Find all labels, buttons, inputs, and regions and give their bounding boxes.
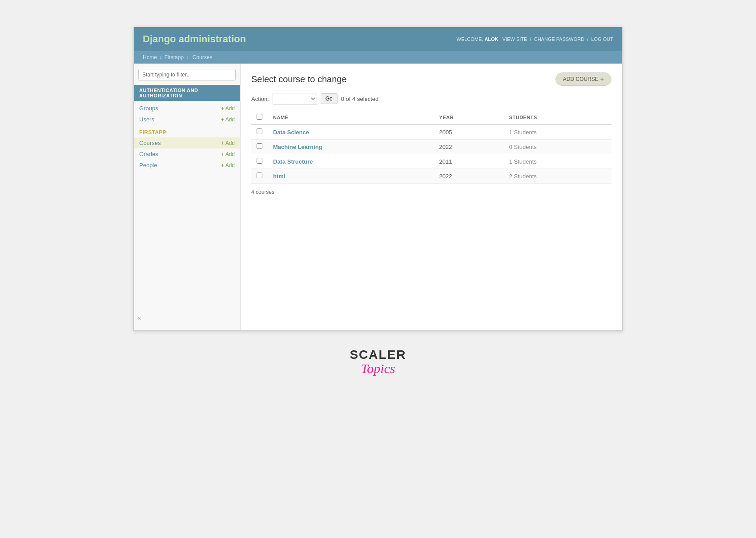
- firstapp-section-label: FIRSTAPP: [134, 125, 240, 137]
- page-title: Select course to change: [251, 74, 347, 84]
- row-year: 2022: [434, 140, 504, 154]
- select-all-header: [251, 110, 268, 125]
- table-row: html 2022 2 Students: [251, 169, 611, 184]
- auth-section-header: AUTHENTICATION AND AUTHORIZATION: [134, 85, 240, 101]
- row-checkbox[interactable]: [257, 158, 262, 164]
- selected-count: 0 of 4 selected: [341, 96, 379, 102]
- username: ALOK: [484, 36, 498, 42]
- log-out-link[interactable]: LOG OUT: [591, 36, 613, 42]
- row-checkbox-cell: [251, 140, 268, 154]
- groups-add-link[interactable]: + Add: [221, 105, 235, 112]
- col-header-year: YEAR: [434, 110, 504, 125]
- table-header-row: NAME YEAR STUDENTS: [251, 110, 611, 125]
- watermark: SCALER Topics: [133, 349, 623, 385]
- header-user-info: WELCOME, ALOK VIEW SITE / CHANGE PASSWOR…: [457, 36, 614, 42]
- people-label: People: [139, 162, 157, 169]
- grades-label: Grades: [139, 151, 158, 157]
- welcome-label: WELCOME,: [457, 36, 483, 42]
- breadcrumb-home[interactable]: Home: [143, 54, 157, 60]
- action-select[interactable]: --------: [273, 93, 317, 104]
- row-checkbox-cell: [251, 124, 268, 140]
- main-top-bar: Select course to change ADD COURSE +: [251, 72, 611, 86]
- admin-header: Django administration WELCOME, ALOK VIEW…: [134, 27, 622, 51]
- row-name: html: [268, 169, 434, 184]
- row-students: 2 Students: [504, 169, 611, 184]
- col-header-name: NAME: [268, 110, 434, 125]
- row-name: Data Science: [268, 124, 434, 140]
- action-go-button[interactable]: Go: [321, 93, 338, 104]
- row-year: 2011: [434, 154, 504, 169]
- sidebar-item-groups[interactable]: Groups + Add: [134, 103, 240, 114]
- row-students: 1 Students: [504, 154, 611, 169]
- course-link[interactable]: Data Structure: [273, 158, 313, 165]
- action-bar: Action: -------- Go 0 of 4 selected: [251, 93, 611, 104]
- sidebar-item-people[interactable]: People + Add: [134, 160, 240, 171]
- sidebar-item-courses[interactable]: Courses + Add: [134, 137, 240, 149]
- row-year: 2005: [434, 124, 504, 140]
- col-header-students: STUDENTS: [504, 110, 611, 125]
- breadcrumb-current: Courses: [193, 54, 213, 60]
- action-label: Action:: [251, 96, 269, 102]
- breadcrumb-sep1: ›: [160, 54, 163, 60]
- row-name: Machine Learning: [268, 140, 434, 154]
- sidebar: AUTHENTICATION AND AUTHORIZATION Groups …: [134, 64, 241, 330]
- people-add-link[interactable]: + Add: [221, 162, 235, 169]
- row-checkbox-cell: [251, 169, 268, 184]
- row-students: 1 Students: [504, 124, 611, 140]
- sidebar-item-users[interactable]: Users + Add: [134, 114, 240, 125]
- add-course-button[interactable]: ADD COURSE +: [555, 72, 611, 86]
- table-row: Data Structure 2011 1 Students: [251, 154, 611, 169]
- breadcrumb-app[interactable]: Firstapp: [165, 54, 184, 60]
- row-checkbox[interactable]: [257, 128, 262, 134]
- course-link[interactable]: Data Science: [273, 129, 309, 136]
- watermark-topics: Topics: [133, 361, 623, 376]
- table-row: Machine Learning 2022 0 Students: [251, 140, 611, 154]
- breadcrumb-sep2: ›: [186, 54, 189, 60]
- row-checkbox[interactable]: [257, 173, 262, 178]
- row-checkbox-cell: [251, 154, 268, 169]
- change-password-link[interactable]: CHANGE PASSWORD: [534, 36, 584, 42]
- courses-add-link[interactable]: + Add: [221, 140, 235, 146]
- courses-table: NAME YEAR STUDENTS Data Science 2005 1 S…: [251, 110, 611, 184]
- table-row: Data Science 2005 1 Students: [251, 124, 611, 140]
- sidebar-item-grades[interactable]: Grades + Add: [134, 149, 240, 160]
- watermark-scaler: SCALER: [133, 349, 623, 361]
- row-students: 0 Students: [504, 140, 611, 154]
- sidebar-filter-input[interactable]: [138, 69, 236, 80]
- admin-body: AUTHENTICATION AND AUTHORIZATION Groups …: [134, 64, 622, 330]
- main-content: Select course to change ADD COURSE + Act…: [241, 64, 622, 330]
- grades-add-link[interactable]: + Add: [221, 151, 235, 157]
- course-link[interactable]: html: [273, 173, 285, 180]
- row-name: Data Structure: [268, 154, 434, 169]
- row-count: 4 courses: [251, 189, 611, 195]
- course-link[interactable]: Machine Learning: [273, 144, 322, 150]
- site-title: Django administration: [143, 33, 246, 45]
- groups-label: Groups: [139, 105, 158, 112]
- breadcrumb: Home › Firstapp › Courses: [134, 51, 622, 64]
- view-site-link[interactable]: VIEW SITE: [503, 36, 527, 42]
- add-course-plus-icon: +: [600, 76, 604, 83]
- add-course-label: ADD COURSE: [563, 76, 599, 82]
- users-label: Users: [139, 116, 154, 123]
- select-all-checkbox[interactable]: [257, 114, 262, 120]
- users-add-link[interactable]: + Add: [221, 116, 235, 123]
- row-year: 2022: [434, 169, 504, 184]
- sidebar-collapse-icon[interactable]: «: [137, 314, 141, 321]
- row-checkbox[interactable]: [257, 143, 262, 149]
- sidebar-filter-wrapper: [138, 69, 236, 80]
- courses-label: Courses: [139, 140, 161, 146]
